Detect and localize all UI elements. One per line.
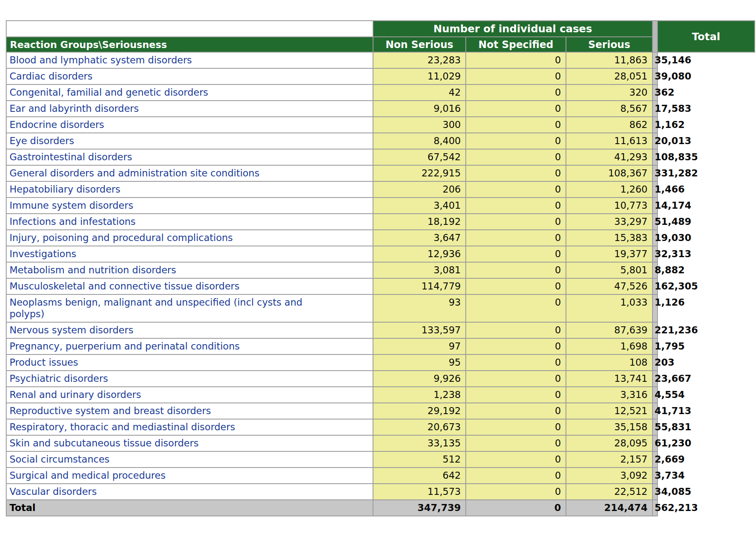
count-cell: 0 — [466, 84, 566, 101]
reaction-group-link[interactable]: Psychiatric disorders — [10, 373, 108, 384]
column-header-not-specified: Not Specified — [466, 37, 566, 52]
reaction-group-cell: Reproductive system and breast disorders — [6, 403, 373, 419]
reaction-group-cell: Endocrine disorders — [6, 117, 373, 133]
row-total-cell: 1,162 — [652, 117, 657, 133]
reaction-group-link[interactable]: Nervous system disorders — [10, 324, 133, 336]
header-row-group: Number of individual cases Total — [6, 21, 755, 37]
reaction-group-link[interactable]: Neoplasms benign, malignant and unspecif… — [10, 297, 326, 320]
row-total-cell: 108,835 — [652, 149, 657, 165]
reaction-group-link[interactable]: Injury, poisoning and procedural complic… — [10, 232, 233, 243]
count-cell: 33,135 — [373, 435, 466, 451]
reaction-group-cell: Renal and urinary disorders — [6, 387, 373, 403]
count-cell: 0 — [466, 354, 566, 371]
table-row: Congenital, familial and genetic disorde… — [6, 84, 755, 101]
count-cell: 0 — [466, 68, 566, 84]
count-cell: 2,157 — [566, 451, 652, 468]
count-cell: 11,573 — [373, 484, 466, 500]
count-cell: 41,293 — [566, 149, 652, 165]
row-total-cell: 19,030 — [652, 230, 657, 246]
count-cell: 0 — [466, 149, 566, 165]
column-header-total: Total — [657, 21, 755, 52]
count-cell: 35,158 — [566, 419, 652, 435]
reaction-group-link[interactable]: Endocrine disorders — [10, 119, 104, 130]
row-total-cell: 23,667 — [652, 371, 657, 387]
count-cell: 0 — [466, 52, 566, 68]
table-row: Skin and subcutaneous tissue disorders33… — [6, 435, 755, 451]
count-cell: 0 — [466, 133, 566, 149]
count-cell: 12,521 — [566, 403, 652, 419]
count-cell: 0 — [466, 387, 566, 403]
reaction-group-link[interactable]: Hepatobiliary disorders — [10, 183, 120, 195]
table-row: Neoplasms benign, malignant and unspecif… — [6, 294, 755, 322]
reaction-group-cell: Pregnancy, puerperium and perinatal cond… — [6, 338, 373, 354]
reaction-group-cell: Metabolism and nutrition disorders — [6, 262, 373, 278]
count-cell: 862 — [566, 117, 652, 133]
reaction-group-link[interactable]: Renal and urinary disorders — [10, 389, 141, 400]
count-cell: 214,474 — [566, 500, 652, 516]
reaction-group-link[interactable]: Metabolism and nutrition disorders — [10, 264, 176, 276]
reaction-group-cell: Musculoskeletal and connective tissue di… — [6, 278, 373, 294]
reaction-group-link[interactable]: Gastrointestinal disorders — [10, 151, 132, 163]
table-row: Nervous system disorders133,597087,63922… — [6, 322, 755, 338]
reaction-group-link[interactable]: Pregnancy, puerperium and perinatal cond… — [10, 340, 240, 352]
grand-total-cell: 562,213 — [652, 500, 657, 516]
reaction-group-link[interactable]: Vascular disorders — [10, 486, 97, 497]
count-cell: 8,567 — [566, 101, 652, 117]
count-cell: 8,400 — [373, 133, 466, 149]
reaction-group-link[interactable]: Immune system disorders — [10, 200, 133, 211]
table-row: General disorders and administration sit… — [6, 165, 755, 181]
reaction-group-cell: Psychiatric disorders — [6, 371, 373, 387]
reaction-group-link[interactable]: Congenital, familial and genetic disorde… — [10, 87, 208, 98]
reaction-group-link[interactable]: Respiratory, thoracic and mediastinal di… — [10, 421, 235, 433]
count-cell: 11,613 — [566, 133, 652, 149]
total-row-label-cell: Total — [6, 500, 373, 516]
reaction-group-link[interactable]: Musculoskeletal and connective tissue di… — [10, 280, 240, 292]
reaction-group-link[interactable]: Blood and lymphatic system disorders — [10, 54, 192, 66]
row-total-cell: 39,080 — [652, 68, 657, 84]
reaction-group-cell: Vascular disorders — [6, 484, 373, 500]
table-row: Vascular disorders11,573022,51234,085 — [6, 484, 755, 500]
count-cell: 1,260 — [566, 181, 652, 198]
reaction-group-link[interactable]: Skin and subcutaneous tissue disorders — [10, 437, 199, 449]
row-total-cell: 41,713 — [652, 403, 657, 419]
reaction-group-link[interactable]: Cardiac disorders — [10, 70, 93, 82]
row-total-cell: 17,583 — [652, 101, 657, 117]
reaction-group-link[interactable]: Social circumstances — [10, 453, 110, 465]
count-cell: 512 — [373, 451, 466, 468]
count-cell: 0 — [466, 294, 566, 322]
reaction-group-link[interactable]: Reproductive system and breast disorders — [10, 405, 211, 417]
reaction-group-cell: General disorders and administration sit… — [6, 165, 373, 181]
column-header-serious: Serious — [566, 37, 652, 52]
count-cell: 300 — [373, 117, 466, 133]
count-cell: 15,383 — [566, 230, 652, 246]
count-cell: 0 — [466, 117, 566, 133]
reaction-group-cell: Eye disorders — [6, 133, 373, 149]
count-cell: 87,639 — [566, 322, 652, 338]
count-cell: 114,779 — [373, 278, 466, 294]
count-cell: 0 — [466, 338, 566, 354]
table-row: Endocrine disorders30008621,162 — [6, 117, 755, 133]
row-total-cell: 1,466 — [652, 181, 657, 198]
count-cell: 0 — [466, 451, 566, 468]
reaction-group-link[interactable]: Eye disorders — [10, 135, 74, 147]
count-cell: 47,526 — [566, 278, 652, 294]
row-total-cell: 162,305 — [652, 278, 657, 294]
count-cell: 23,283 — [373, 52, 466, 68]
table-row: Blood and lymphatic system disorders23,2… — [6, 52, 755, 68]
reaction-group-link[interactable]: General disorders and administration sit… — [10, 167, 260, 179]
count-cell: 347,739 — [373, 500, 466, 516]
reaction-group-link[interactable]: Surgical and medical procedures — [10, 470, 166, 481]
reaction-group-link[interactable]: Product issues — [10, 357, 78, 368]
reaction-group-link[interactable]: Investigations — [10, 248, 76, 260]
total-row: Total347,7390214,474562,213 — [6, 500, 755, 516]
count-cell: 3,081 — [373, 262, 466, 278]
reaction-group-link[interactable]: Ear and labyrinth disorders — [10, 103, 139, 114]
count-cell: 20,673 — [373, 419, 466, 435]
count-cell: 5,801 — [566, 262, 652, 278]
row-total-cell: 35,146 — [652, 52, 657, 68]
count-cell: 10,773 — [566, 198, 652, 214]
reaction-group-link[interactable]: Infections and infestations — [10, 216, 136, 227]
count-cell: 0 — [466, 435, 566, 451]
row-total-cell: 331,282 — [652, 165, 657, 181]
count-cell: 0 — [466, 198, 566, 214]
